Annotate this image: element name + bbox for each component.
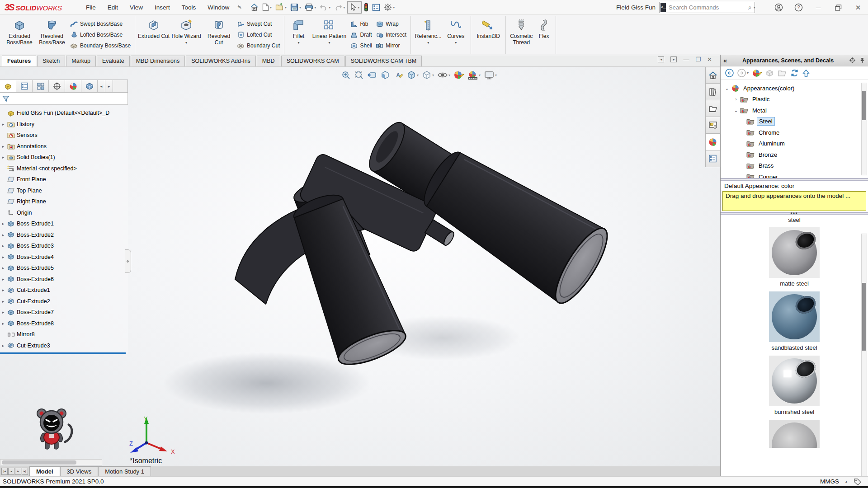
zoom-to-fit-button[interactable]: [340, 69, 352, 81]
fm-tabs-scroll-left[interactable]: ◂: [98, 80, 105, 92]
featuremanager-design-tree-tab[interactable]: [0, 80, 16, 92]
dropdown-caret-icon[interactable]: ▾: [297, 41, 299, 45]
dropdown-caret-icon[interactable]: ▾: [747, 71, 749, 75]
section-view-button[interactable]: [379, 69, 391, 81]
tab-solidworks-addins[interactable]: SOLIDWORKS Add-Ins: [186, 56, 256, 66]
tree-item-origin[interactable]: Origin: [0, 207, 128, 219]
pin-icon[interactable]: [859, 57, 865, 64]
tab-markup[interactable]: Markup: [66, 56, 96, 66]
tab-model[interactable]: Model: [29, 466, 60, 476]
appearances-chrome[interactable]: Chrome: [721, 127, 868, 138]
menu-insert[interactable]: Insert: [149, 0, 176, 15]
appearances-plastic[interactable]: › Plastic: [721, 94, 868, 105]
restore-button[interactable]: [828, 0, 848, 15]
dropdown-caret-icon[interactable]: ▾: [432, 73, 434, 77]
user-account-button[interactable]: [769, 0, 788, 15]
tree-item-right-plane[interactable]: Right Plane: [0, 196, 128, 207]
hide-show-items-button[interactable]: ▾: [436, 69, 451, 81]
expand-arrow-icon[interactable]: ▸: [0, 277, 6, 282]
wrap-button[interactable]: ab Wrap: [376, 19, 406, 28]
boundary-boss-base-button[interactable]: Boundary Boss/Base: [70, 41, 131, 50]
edit-appearance-button[interactable]: [752, 69, 762, 77]
tab-mbd[interactable]: MBD: [257, 56, 280, 66]
draft-button[interactable]: Draft: [350, 30, 372, 39]
expand-arrow-icon[interactable]: ▸: [0, 244, 6, 248]
search-input[interactable]: [669, 4, 748, 11]
dropdown-caret-icon[interactable]: ▾: [185, 41, 187, 45]
hole-wizard-button[interactable]: Hole Wizard ▾: [170, 16, 203, 54]
appearances-metal[interactable]: ⌄ Metal: [721, 105, 868, 116]
rebuild-button[interactable]: [363, 1, 370, 13]
curves-button[interactable]: Curves ▾: [443, 16, 468, 54]
dropdown-caret-icon[interactable]: ▾: [299, 5, 301, 9]
boundary-cut-button[interactable]: Boundary Cut: [237, 41, 280, 50]
rollback-bar[interactable]: [0, 352, 126, 354]
dropdown-caret-icon[interactable]: ▾: [358, 5, 359, 9]
view-settings-button[interactable]: ▾: [483, 69, 498, 81]
dropdown-caret-icon[interactable]: ▾: [314, 5, 316, 9]
tree-item-mirror8[interactable]: Mirror8: [0, 329, 128, 340]
lofted-cut-button[interactable]: Lofted Cut: [237, 30, 280, 39]
pane-splitter-2[interactable]: ▴▴▴: [721, 212, 868, 215]
view-palette-tab[interactable]: [705, 117, 720, 134]
extruded-cut-button[interactable]: Extruded Cut: [137, 16, 170, 54]
configurationmanager-tab[interactable]: [33, 80, 49, 92]
scrollbar-thumb[interactable]: [2, 460, 76, 465]
expand-arrow-icon[interactable]: ▸: [0, 233, 6, 237]
intersect-button[interactable]: Intersect: [376, 30, 406, 39]
tree-item-boss-extrude8[interactable]: ▸ Boss-Extrude8: [0, 318, 128, 329]
collapse-arrow-icon[interactable]: ⌄: [723, 86, 731, 91]
help-button[interactable]: ?: [788, 0, 808, 15]
solidworks-resources-tab[interactable]: [705, 67, 720, 84]
dropdown-caret-icon[interactable]: ▾: [417, 73, 419, 77]
tab-3d-views[interactable]: 3D Views: [60, 466, 99, 476]
pane-right-icon[interactable]: ▸: [670, 56, 677, 62]
redo-button[interactable]: ▾: [333, 1, 346, 13]
thumbnail-matte-steel[interactable]: matte steel: [721, 227, 868, 287]
revolved-boss-base-button[interactable]: Revolved Boss/Base: [36, 16, 68, 54]
collapse-arrow-icon[interactable]: ⌄: [732, 108, 740, 113]
appearances-scenes-tab[interactable]: [705, 134, 720, 150]
design-library-tab[interactable]: [705, 84, 720, 100]
settings-button[interactable]: ▾: [382, 1, 396, 13]
appearances-brass[interactable]: Brass: [721, 160, 868, 172]
tree-item-cut-extrude2[interactable]: ▸ Cut-Extrude2: [0, 296, 128, 307]
expand-arrow-icon[interactable]: ▸: [0, 144, 6, 149]
tree-item-history[interactable]: ▸ History: [0, 119, 128, 130]
expand-arrow-icon[interactable]: ▸: [0, 255, 6, 259]
fm-tabs-scroll-right[interactable]: ▸: [105, 80, 113, 92]
menu-edit[interactable]: Edit: [102, 0, 124, 15]
expand-arrow-icon[interactable]: ▸: [0, 299, 6, 304]
undo-button[interactable]: ▾: [318, 1, 332, 13]
tree-item-boss-extrude2[interactable]: ▸ Boss-Extrude2: [0, 230, 128, 241]
back-button[interactable]: [725, 69, 734, 77]
search-commands-box[interactable]: >_ ⌕ ▾: [659, 2, 755, 13]
custom-properties-tab[interactable]: [705, 150, 720, 167]
appearances-root[interactable]: ⌄ Appearances(color): [721, 83, 868, 94]
menu-file[interactable]: File: [80, 0, 102, 15]
tree-item-boss-extrude4[interactable]: ▸ Boss-Extrude4: [0, 252, 128, 263]
thumbnail-sandblasted-steel[interactable]: sandblasted steel: [721, 291, 868, 351]
save-button[interactable]: ▾: [289, 1, 302, 13]
expand-arrow-icon[interactable]: ▸: [0, 221, 6, 226]
view-orientation-button[interactable]: ▾: [406, 69, 420, 81]
appearances-steel[interactable]: Steel: [721, 116, 868, 127]
prev-tab-button[interactable]: ◂: [8, 468, 14, 475]
fillet-button[interactable]: Fillet ▾: [287, 16, 310, 54]
flex-button[interactable]: Flex: [534, 16, 553, 54]
dropdown-caret-icon[interactable]: ▾: [479, 73, 481, 77]
menu-tools[interactable]: Tools: [176, 0, 202, 15]
tab-mbd-dimensions[interactable]: MBD Dimensions: [131, 56, 185, 66]
appearances-copper[interactable]: Copper: [721, 171, 868, 178]
tree-item-solid-bodies[interactable]: ▸ Solid Bodies(1): [0, 152, 128, 163]
tab-solidworks-cam-tbm[interactable]: SOLIDWORKS CAM TBM: [345, 56, 422, 66]
tree-root-item[interactable]: Field Glss Fun (Default<<Default>_D: [0, 108, 128, 119]
scrollbar-thumb[interactable]: [862, 283, 866, 351]
select-tool-button[interactable]: ▾: [347, 1, 362, 14]
last-tab-button[interactable]: ▸|: [22, 468, 28, 475]
collapse-pane-icon[interactable]: «: [723, 56, 727, 64]
tab-solidworks-cam[interactable]: SOLIDWORKS CAM: [281, 56, 344, 66]
expand-arrow-icon[interactable]: ▸: [0, 122, 6, 127]
tree-item-boss-extrude5[interactable]: ▸ Boss-Extrude5: [0, 263, 128, 274]
dropdown-caret-icon[interactable]: ▾: [393, 5, 395, 9]
